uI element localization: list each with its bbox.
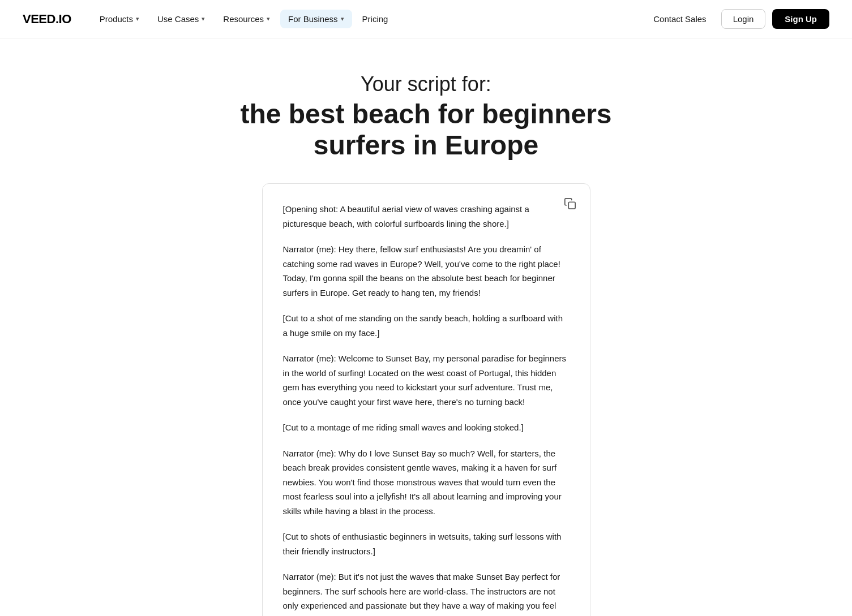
- chevron-down-icon: ▾: [341, 15, 344, 23]
- script-paragraph: Narrator (me): Welcome to Sunset Bay, my…: [283, 351, 570, 409]
- logo[interactable]: VEED.IO: [23, 12, 71, 27]
- nav-item-resources[interactable]: Resources▾: [215, 10, 278, 28]
- script-paragraph: [Cut to a montage of me riding small wav…: [283, 420, 570, 435]
- script-paragraph: Narrator (me): Hey there, fellow surf en…: [283, 242, 570, 300]
- copy-button[interactable]: [562, 195, 579, 214]
- script-content: [Opening shot: A beautiful aerial view o…: [283, 202, 570, 616]
- nav-links: Products▾Use Cases▾Resources▾For Busines…: [92, 10, 645, 28]
- script-paragraph: [Cut to a shot of me standing on the san…: [283, 311, 570, 340]
- script-paragraph: Narrator (me): Why do I love Sunset Bay …: [283, 446, 570, 519]
- copy-icon: [564, 197, 576, 210]
- nav-right: Contact Sales Login Sign Up: [645, 9, 829, 29]
- chevron-down-icon: ▾: [136, 15, 139, 23]
- title-line1: Your script for:: [240, 72, 611, 96]
- script-card: [Opening shot: A beautiful aerial view o…: [262, 183, 590, 616]
- signup-button[interactable]: Sign Up: [772, 9, 829, 29]
- chevron-down-icon: ▾: [267, 15, 270, 23]
- chevron-down-icon: ▾: [202, 15, 205, 23]
- script-paragraph: Narrator (me): But it's not just the wav…: [283, 570, 570, 616]
- script-paragraph: [Opening shot: A beautiful aerial view o…: [283, 202, 570, 231]
- nav-item-pricing[interactable]: Pricing: [354, 10, 396, 28]
- nav-item-products[interactable]: Products▾: [92, 10, 147, 28]
- title-line2: the best beach for beginnerssurfers in E…: [240, 98, 611, 161]
- nav-item-for-business[interactable]: For Business▾: [280, 10, 352, 28]
- nav-item-use-cases[interactable]: Use Cases▾: [149, 10, 213, 28]
- script-paragraph: [Cut to shots of enthusiastic beginners …: [283, 529, 570, 558]
- contact-sales-button[interactable]: Contact Sales: [645, 10, 714, 28]
- main-content: Your script for: the best beach for begi…: [0, 38, 852, 616]
- login-button[interactable]: Login: [721, 9, 766, 29]
- navigation: VEED.IO Products▾Use Cases▾Resources▾For…: [0, 0, 852, 38]
- page-title: Your script for: the best beach for begi…: [240, 72, 611, 161]
- svg-rect-0: [568, 203, 575, 209]
